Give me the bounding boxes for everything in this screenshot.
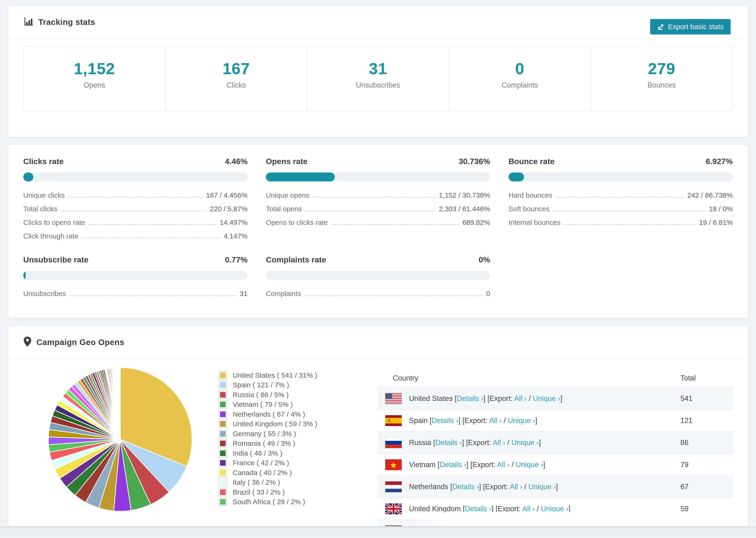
rate-title: Clicks rate [23, 157, 64, 166]
bracket: ] [539, 439, 541, 447]
export-label: Export: [472, 460, 497, 469]
stat-value: 1,152 [24, 59, 165, 78]
rate-progress-fill [23, 271, 26, 280]
rate-title: Opens rate [266, 157, 307, 166]
rate-title: Complaints rate [266, 255, 326, 264]
dotted-leader [305, 211, 436, 211]
legend-item-south-africa[interactable]: South Africa ( 29 / 2% ) [219, 497, 317, 507]
us-flag-icon [385, 393, 402, 404]
country-name: United Kingdom [409, 505, 463, 513]
legend-item-united-kingdom[interactable]: United Kingdom ( 59 / 3% ) [219, 419, 317, 429]
rate-stat-row: Unique opens1,152 / 30.736% [266, 191, 490, 205]
rate-stat-row: Hard bounces242 / 86.738% [509, 191, 733, 205]
bracket: ] [535, 416, 537, 425]
export-label: Export: [485, 483, 510, 491]
legend-item-brazil[interactable]: Brazil ( 33 / 2% ) [219, 487, 317, 497]
bracket: ] [568, 505, 570, 513]
rate-value: 0% [479, 255, 490, 264]
stat-label: Bounces [591, 81, 732, 89]
rate-progress-fill [509, 173, 524, 182]
country-cell: Netherlands [Details ›] [Export: All › /… [409, 483, 558, 491]
export-unique-link[interactable]: Unique › [508, 416, 535, 425]
rate-stat-row: Click through rate4.147% [23, 232, 247, 246]
rate-progress-bar [23, 173, 247, 182]
stat-value: 279 [591, 59, 732, 78]
legend-swatch [219, 430, 227, 438]
tracking-stats-header: Tracking stats [8, 6, 748, 39]
dotted-leader [304, 295, 483, 296]
legend-item-canada[interactable]: Canada ( 40 / 2% ) [219, 468, 317, 478]
rate-stat-row: Opens to clicks rate689.82% [266, 219, 490, 232]
details-link[interactable]: Details › [452, 483, 479, 491]
country-cell: United Kingdom [Details ›] [Export: All … [409, 505, 570, 513]
export-unique-link[interactable]: Unique › [528, 483, 556, 491]
legend-item-germany[interactable]: Germany ( 55 / 3% ) [219, 429, 317, 439]
details-link[interactable]: Details › [457, 394, 483, 403]
bracket: [ [487, 394, 490, 403]
details-link[interactable]: Details › [435, 439, 462, 447]
dotted-leader [556, 197, 684, 198]
table-row-germany: Germany [Details ›] [Export: All › / Uni… [378, 520, 733, 526]
total-cell: 79 [680, 460, 733, 469]
pie-slice-other[interactable] [120, 368, 120, 439]
rate-stat-value: 1,152 / 30.736% [439, 191, 490, 199]
rate-stat-row: Internal bounces19 / 6.81% [509, 219, 733, 232]
geo-table-header: Country Total [378, 369, 733, 387]
rate-stat-value: 689.82% [462, 219, 490, 227]
legend-label: France ( 42 / 2% ) [233, 459, 289, 467]
rate-stat-value: 167 / 4.456% [206, 191, 248, 199]
page-title: Tracking stats [38, 17, 95, 27]
export-all-link[interactable]: All › [510, 483, 522, 491]
bracket: ] [466, 460, 470, 469]
rate-progress-fill [266, 173, 335, 182]
rate-stat-row: Complaints0 [266, 290, 490, 303]
export-basic-stats-button[interactable]: Export basic stats [650, 19, 730, 34]
rate-progress-fill [23, 173, 33, 182]
export-icon [657, 23, 665, 30]
legend-swatch [219, 478, 227, 487]
stat-value: 167 [166, 59, 307, 78]
legend-item-romania[interactable]: Romania ( 49 / 3% ) [219, 439, 317, 449]
export-all-link[interactable]: All › [497, 460, 510, 469]
legend-item-united-states[interactable]: United States ( 541 / 31% ) [219, 370, 317, 380]
export-all-link[interactable]: All › [489, 416, 502, 425]
stat-label: Unsubscribes [307, 81, 449, 89]
legend-label: South Africa ( 29 / 2% ) [233, 498, 305, 506]
rate-progress-bar [266, 271, 490, 280]
country-cell: Russia [Details ›] [Export: All › / Uniq… [409, 439, 541, 447]
legend-item-india[interactable]: India ( 46 / 3% ) [219, 448, 317, 458]
export-unique-link[interactable]: Unique › [512, 439, 539, 447]
details-link[interactable]: Details › [440, 460, 466, 469]
bracket: [ [433, 439, 435, 447]
legend-item-netherlands[interactable]: Netherlands ( 67 / 4% ) [219, 409, 317, 419]
export-all-link[interactable]: All › [493, 439, 505, 447]
legend-label: Italy ( 36 / 2% ) [233, 478, 280, 486]
legend-item-spain[interactable]: Spain ( 121 / 7% ) [219, 380, 317, 390]
dotted-leader [69, 295, 237, 296]
legend-item-france[interactable]: France ( 42 / 2% ) [219, 458, 317, 468]
export-all-link[interactable]: All › [514, 394, 527, 403]
export-unique-link[interactable]: Unique › [541, 505, 568, 513]
legend-item-vietnam[interactable]: Vietnam ( 79 / 5% ) [219, 400, 317, 409]
rate-stat-label: Unique clicks [23, 191, 65, 199]
pie-legend: United States ( 541 / 31% )Spain ( 121 /… [219, 370, 317, 507]
export-unique-link[interactable]: Unique › [533, 394, 560, 403]
rate-stat-value: 4.147% [224, 232, 248, 240]
rate-progress-bar [509, 173, 733, 182]
export-unique-link[interactable]: Unique › [515, 460, 543, 469]
table-row-vietnam: Vietnam [Details ›] [Export: All › / Uni… [378, 454, 733, 476]
table-row-united-kingdom: United Kingdom [Details ›] [Export: All … [378, 498, 733, 520]
bracket: ] [543, 460, 545, 469]
details-link[interactable]: Details › [465, 505, 492, 513]
rate-block-unsubscribe-rate: Unsubscribe rate0.77%Unsubscribes31 [23, 255, 247, 303]
export-all-link[interactable]: All › [522, 505, 535, 513]
stat-label: Opens [24, 81, 165, 89]
legend-item-italy[interactable]: Italy ( 36 / 2% ) [219, 478, 317, 488]
legend-label: Brazil ( 33 / 2% ) [233, 488, 285, 496]
country-cell: Spain [Details ›] [Export: All › / Uniqu… [409, 416, 537, 425]
table-row-netherlands: Netherlands [Details ›] [Export: All › /… [378, 476, 733, 498]
legend-item-russia[interactable]: Russia ( 86 / 5% ) [219, 390, 317, 400]
details-link[interactable]: Details › [432, 416, 459, 425]
rates-row-1: Clicks rate4.46%Unique clicks167 / 4.456… [8, 144, 748, 246]
legend-swatch [219, 468, 227, 477]
